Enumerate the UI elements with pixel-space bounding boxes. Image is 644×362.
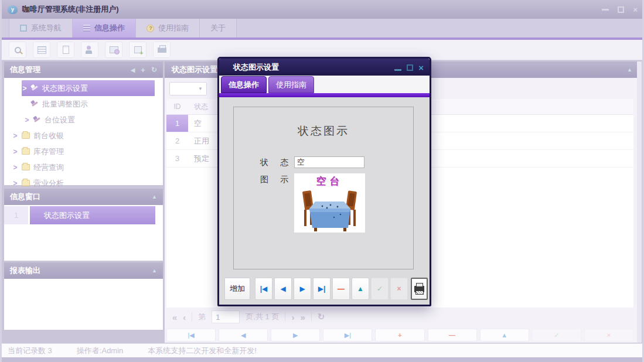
tree-label: 库存管理 [33,146,64,157]
panel-title: 信息窗口 [10,192,40,202]
tool-icon [31,100,39,108]
status-image-caption: 空台 [294,175,365,188]
prev-record-button[interactable]: ◀ [274,278,292,300]
expander-icon[interactable]: > [12,148,18,156]
tree-label: 状态图示设置 [42,83,88,94]
user-icon [86,46,94,54]
search-button[interactable] [9,42,26,58]
tree-item-status-icon-settings[interactable]: > 状态图示设置 [22,80,155,96]
tree-item-table-settings[interactable]: > 台位设置 [24,112,163,128]
dialog-accent-bar [219,93,430,97]
tree-item-business-query[interactable]: > 经营查询 [12,159,163,175]
search-icon [15,47,21,53]
add-record-button[interactable]: + [375,329,424,341]
dialog-title: 状态图示设置 [233,62,279,73]
collapse-icon[interactable]: ▲ [627,67,632,73]
last-page-icon[interactable]: » [300,312,305,322]
last-record-button[interactable]: ▶| [323,329,372,341]
dialog-tabbar: 信息操作 使用指南 [219,76,430,93]
delete-record-button[interactable]: — [332,278,350,300]
page-label-pre: 第 [198,312,206,322]
tree-item-front-cashier[interactable]: > 前台收银 [12,128,163,144]
dialog-minimize-icon[interactable] [394,69,401,71]
cell-status: 正用 [188,136,209,146]
folder-icon [22,132,30,139]
system-note-label: 本系统支持二次开发和全新开发! [148,346,257,356]
user-button[interactable] [81,42,98,58]
dialog-tab-info-operation[interactable]: 信息操作 [221,76,267,93]
info-window-row[interactable]: 1 状态图示设置 [4,206,163,224]
status-filter-combobox[interactable]: ▼ [169,82,207,95]
vertical-scrollbar[interactable] [637,62,642,343]
collapse-icon[interactable]: ▲ [152,194,157,200]
record-nav-toolbar: |◀ ◀ ▶ ▶| + — ▲ ✓ × [166,329,633,341]
dialog-form-panel: 状态图示 状 态 图 示 空台 [233,107,414,269]
page-number-input[interactable] [212,310,240,323]
database-add-icon [134,46,142,53]
app-logo-icon: y [8,5,18,14]
restore-icon[interactable] [618,6,624,13]
expander-icon[interactable]: > [12,163,18,172]
minimize-icon[interactable] [602,9,609,11]
panel-add-icon[interactable]: + [141,66,145,74]
tree-item-batch-adjust[interactable]: 批量调整图示 [31,96,163,112]
window-button[interactable] [105,42,122,58]
status-image-preview[interactable]: 空台 [294,173,365,233]
form-button[interactable] [33,42,50,58]
tree-label: 经营查询 [33,162,64,173]
expander-icon[interactable]: > [12,132,18,140]
collapse-icon[interactable]: ▲ [152,268,157,274]
tab-label: 信息操作 [94,23,125,33]
delete-record-button[interactable]: — [428,329,477,341]
dialog-close-icon[interactable]: × [418,63,424,72]
tab-about[interactable]: 关于 [200,19,237,37]
tab-system-nav[interactable]: 系统导航 [9,19,73,37]
column-header-id[interactable]: ID [166,103,188,111]
document-button[interactable] [57,42,74,58]
tree-label: 批量调整图示 [42,99,88,110]
dialog-titlebar[interactable]: 状态图示设置 × [219,59,430,76]
info-mgmt-header: 信息管理 ◀ + ↻ [4,62,163,78]
expander-icon[interactable]: > [24,116,30,124]
dialog-maximize-icon[interactable] [407,64,413,71]
info-window-body: 1 状态图示设置 [4,205,163,261]
prev-record-button[interactable]: ◀ [219,329,268,341]
next-page-icon[interactable]: › [291,312,294,322]
cell-id: 2 [166,132,188,149]
document-icon [63,46,69,54]
row-number: 1 [4,206,28,224]
tab-info-operation[interactable]: 信息操作 [73,19,136,37]
edit-record-button[interactable]: ▲ [352,278,369,300]
edit-record-button[interactable]: ▲ [480,329,529,341]
database-add-button[interactable] [129,42,146,58]
next-record-button[interactable]: ▶ [271,329,320,341]
main-tabbar: 系统导航 信息操作 使用指南 关于 [2,19,644,37]
prev-page-icon[interactable]: ‹ [183,312,186,322]
add-button[interactable]: 增加 [224,278,250,300]
print-button[interactable] [411,278,428,300]
chevron-down-icon: ▼ [198,86,203,91]
column-header-status[interactable]: 状态 [188,102,208,112]
expander-icon[interactable]: > [12,179,18,187]
next-record-button[interactable]: ▶ [294,278,311,300]
tab-user-guide[interactable]: 使用指南 [136,19,200,37]
form-icon [38,46,46,54]
refresh-icon[interactable]: ↻ [318,312,325,322]
tree-label: 前台收银 [33,131,64,141]
last-record-button[interactable]: ▶| [313,278,330,300]
tree-item-inventory[interactable]: > 库存管理 [12,144,163,159]
expander-icon[interactable]: > [22,84,28,93]
first-page-icon[interactable]: « [172,312,177,322]
dialog-tab-user-guide[interactable]: 使用指南 [268,76,314,93]
window-title: 咖啡厅管理系统(非注册用户) [22,4,119,15]
row-label: 状态图示设置 [30,206,155,224]
panel-refresh-icon[interactable]: ↻ [151,66,157,74]
print-button[interactable] [153,42,171,58]
panel-collapse-left-icon[interactable]: ◀ [131,67,135,73]
status-bar: 当前记录数 3 操作者:Admin 本系统支持二次开发和全新开发! [2,343,644,357]
first-record-button[interactable]: |◀ [255,278,272,300]
status-input[interactable] [294,156,364,168]
close-icon[interactable]: × [633,6,638,13]
first-record-button[interactable]: |◀ [166,329,216,341]
info-window-header: 信息窗口 ▲ [4,189,163,205]
